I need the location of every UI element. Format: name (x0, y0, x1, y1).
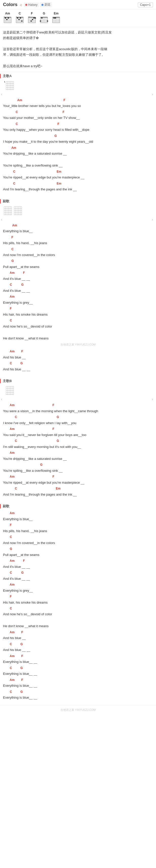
chorus2-lyric-11: Am F And his blue __ (3, 629, 153, 641)
section-label-verse-a: 主歌A (0, 72, 156, 79)
svg-point-45 (32, 19, 33, 20)
chorus2-lyric-15: Am F Everything is blue__ __ (3, 677, 153, 689)
svg-point-44 (31, 21, 32, 22)
intro-line5: 那么现在就来have a try吧~ (3, 63, 153, 69)
artist2-name: 蔚廷 (44, 3, 50, 7)
verse-b-right-arrow[interactable]: › (152, 397, 153, 402)
verse-b-lyric-5: Am You're dripping__like a saturated sun… (3, 450, 153, 462)
chorus-lyric-11: Am F And his blue __ (3, 348, 153, 360)
lyric-line-1: Am F Your_little brother never tells you… (3, 97, 153, 109)
intro-line3: 这首歌还常常被分析，然后这个谱算是acoustic版的，中间本来有一段钢 (3, 46, 153, 52)
chord-am-diagram: x (3, 16, 12, 25)
artist2-tag[interactable]: 蔚廷 (40, 2, 52, 7)
section-verse-b: 主歌B ‹ › Am F You w (0, 377, 156, 502)
chorus-chord-diagram (0, 205, 156, 217)
lyric-line-4: G I hope you make__it to the day you're … (3, 133, 153, 145)
verse-b-left-arrow[interactable]: ‹ (1, 397, 2, 402)
verse-b-lyric-1: Am F You were a vision__in the morning w… (3, 402, 153, 414)
chorus2-lyric-4: G Pull apart__at the seams (3, 546, 153, 558)
verse-b-chord-diagram (0, 384, 156, 397)
svg-point-27 (17, 18, 18, 19)
page-header: Colors ♫ Halsey 蔚廷 Capo+1 (0, 0, 156, 10)
chorus2-lyric-1: Am Everything is blue__ (3, 510, 153, 522)
chord-em: Em (51, 12, 61, 25)
chorus-left-arrow[interactable]: ‹ (1, 217, 2, 222)
intro-section: 这是蔚廷第二个弹唱谱子ww(欧美粉可以加在蔚廷，蔚廷只做英文歌)而且发 的都是超… (0, 27, 156, 72)
verse-b-lyric-3: Am F You said you'd__never be forgiven t… (3, 426, 153, 438)
verse-b-lyric-2: C G I know I've only__felt religion when… (3, 414, 153, 426)
chorus-lyric-8: F His hair, his smoke his dreams (3, 306, 153, 317)
chord-g-diagram (39, 16, 48, 25)
svg-point-13 (6, 19, 8, 20)
section-label-chorus2: 副歌 (0, 502, 156, 509)
chord-diagrams-row: Am x C (0, 10, 156, 27)
artist2-dot (41, 4, 43, 6)
song-title: Colors (3, 2, 17, 7)
lyric-line-3: C F You only happy__when your sorry head… (3, 121, 153, 133)
verse-b-lyrics: Am F You were a vision__in the morning w… (0, 402, 156, 499)
svg-point-60 (41, 18, 42, 19)
right-arrow[interactable]: › (152, 92, 153, 97)
chorus1-lyrics: Am Everything is blue__ F His pills, his… (0, 222, 156, 374)
chorus2-lyric-2: F His pills, his hand, __his jeans (3, 522, 153, 534)
left-arrow[interactable]: ‹ (1, 92, 2, 97)
intro-line1: 这是蔚廷第二个弹唱谱子ww(欧美粉可以加在蔚廷，蔚廷只做英文歌)而且发 (3, 30, 153, 35)
chord-f-diagram: x x (27, 16, 36, 25)
chorus2-lyric-14: C G Everything is blue__ __ (3, 665, 153, 677)
verse-b-nav: ‹ › (0, 397, 156, 402)
verse-a-nav: ‹ › (0, 92, 156, 97)
chord-em-diagram (51, 16, 61, 25)
music-icon: ♫ (20, 3, 22, 7)
chorus-lyric-3: C And now I'm covered__in the colors (3, 246, 153, 258)
lyric-line-2: C F You said your mother__only smile on … (3, 109, 153, 121)
svg-point-30 (21, 21, 23, 22)
capo-badge: Capo+1 (138, 2, 153, 7)
chorus-lyric-10: He don't know __what it means (3, 329, 153, 341)
verse-b-lyric-8: C Em And I'm tearing__through the pages … (3, 486, 153, 497)
chorus2-lyric-16: C G Everything is blue__ __ (3, 689, 153, 701)
chorus-lyric-9: C And now he's so__devoid of color (3, 317, 153, 329)
chorus2-lyric-10: He don't know __what it means (3, 617, 153, 629)
chorus-right-arrow[interactable]: › (152, 217, 153, 222)
section-chorus1: 副歌 (0, 197, 156, 377)
chorus-lyric-12: C G And his blue __ __ (3, 360, 153, 372)
watermark-bottom: 吉他谱之家 YINYUEZJ.COM (0, 705, 156, 716)
svg-point-73 (53, 18, 54, 19)
chorus-lyric-7: Am Everything is grey__ (3, 293, 153, 306)
svg-point-12 (5, 18, 6, 19)
chorus2-lyric-12: C G And his blue __ __ (3, 641, 153, 653)
chorus-lyric-2: F His pills, his hand, __his jeans (3, 234, 153, 246)
intro-line2: 的都是超级简单的谱子✿ (3, 35, 153, 41)
chord-am: Am x (3, 12, 12, 25)
chorus2-lyric-5: Am F And it's blue __ __ (3, 558, 153, 569)
svg-point-61 (47, 21, 48, 22)
svg-text:1: 1 (4, 81, 5, 83)
chorus2-lyric-3: C And now I'm covered__in the colors (3, 534, 153, 546)
svg-point-28 (18, 19, 20, 20)
chord-c-diagram: x (15, 16, 24, 25)
chorus-lyric-5: Am F And it's blue __ __ (3, 270, 153, 282)
verse-b-grid (3, 385, 16, 396)
svg-point-29 (20, 18, 21, 19)
chorus2-lyric-7: Am Everything is grey__ (3, 582, 153, 593)
verse-b-lyric-4: C G I'm still waking__every morning but … (3, 438, 153, 450)
lyric-line-8: C Em And I'm tearing__through the pages … (3, 181, 153, 192)
chorus2-lyrics: Am Everything is blue__ F His pills, his… (0, 509, 156, 703)
section-label-chorus1: 副歌 (0, 197, 156, 205)
verse-a-grid: 1 (3, 80, 16, 91)
chorus2-lyric-6: C G And it's blue __ __ (3, 569, 153, 582)
verse-a-lyrics: Am F Your_little brother never tells you… (0, 97, 156, 194)
svg-point-74 (55, 18, 56, 19)
lyric-line-7: C Em You're ripped__at every edge but yo… (3, 168, 153, 181)
lyric-line-6: You're spiling__like a overflowing sink … (3, 157, 153, 168)
section-chorus2: 副歌 Am Everything is blue__ F His pills, … (0, 502, 156, 705)
svg-point-14 (8, 18, 9, 19)
artist1-dot (25, 4, 27, 6)
chorus2-lyric-8: F His hair, his smoke his dreams (3, 593, 153, 606)
chorus-lyric-6: C G And it's blue __ __ (3, 282, 153, 293)
verse-b-lyric-6: G You're spiling__like a overflowing sin… (3, 462, 153, 473)
intro-line4: 琴，调低面还有一段副歌，但是调不好配主型副歌太麻烦了就懒于了。 (3, 52, 153, 58)
artist1-tag[interactable]: Halsey (24, 3, 39, 7)
chorus-lyric-1: Am Everything is blue__ (3, 222, 153, 234)
svg-point-46 (33, 18, 35, 19)
